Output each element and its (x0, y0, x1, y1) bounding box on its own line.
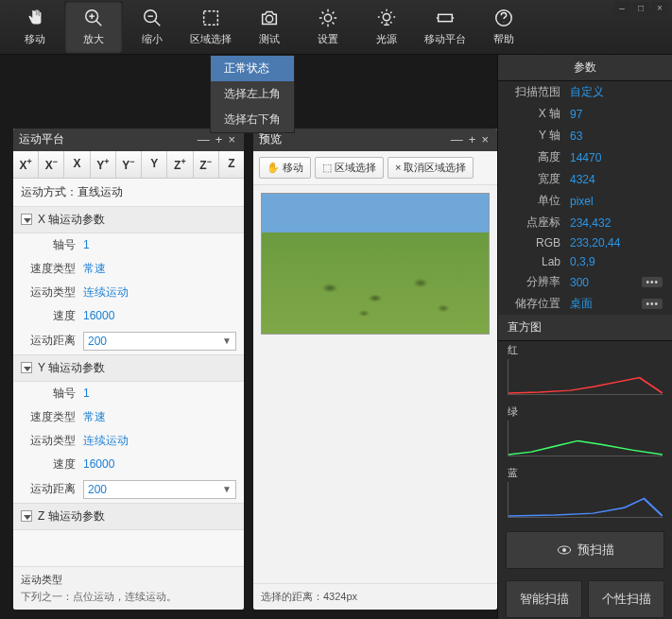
close-button[interactable]: × (651, 2, 668, 15)
select-icon (200, 8, 221, 28)
left-column: 运动平台 — + × X+ X− X Y+ Y− Y Z+ Z− Z 运动方式：… (0, 55, 244, 619)
preview-region-tool[interactable]: ⬚区域选择 (315, 157, 384, 179)
svg-point-10 (383, 13, 389, 20)
caret-icon (21, 214, 32, 225)
y-section-header[interactable]: Y 轴运动参数 (13, 354, 244, 382)
camera-icon (259, 8, 280, 28)
maximize-button[interactable]: □ (632, 2, 649, 15)
preview-move-tool[interactable]: ✋移动 (259, 157, 311, 179)
preview-title: 预览 (259, 131, 448, 147)
preview-image[interactable] (261, 193, 490, 335)
x-motion-type: 连续运动 (83, 284, 129, 301)
axis-z[interactable]: Z (219, 151, 244, 178)
x-axis-no: 1 (83, 238, 90, 251)
y-distance-input[interactable]: 200▼ (83, 480, 236, 499)
histogram-red: 红 (508, 343, 663, 395)
axis-z-minus[interactable]: Z− (194, 151, 219, 178)
svg-rect-12 (439, 14, 453, 21)
hand-icon (25, 8, 45, 28)
window-controls: – □ × (613, 2, 668, 15)
minimize-button[interactable]: – (613, 2, 630, 15)
y-axis-no: 1 (83, 387, 90, 400)
svg-point-16 (504, 22, 505, 23)
motion-panel-body: 运动方式：直线运动 X 轴运动参数 轴号1 速度类型常速 运动类型连续运动 速度… (13, 179, 244, 566)
y-motion-type: 连续运动 (83, 433, 129, 449)
x-distance-input[interactable]: 200▼ (83, 332, 236, 351)
preview-cancel-tool[interactable]: ×取消区域选择 (388, 157, 474, 179)
axis-x[interactable]: X (64, 151, 90, 178)
help-tool[interactable]: 帮助 (474, 1, 533, 54)
region-label: 区域选择 (190, 32, 232, 46)
panel-minimize[interactable]: — (448, 132, 466, 146)
zoom-in-label: 放大 (83, 32, 104, 46)
height-value[interactable]: 14470 (570, 151, 601, 164)
prescan-button[interactable]: 预扫描 (506, 531, 664, 569)
help-icon (493, 8, 514, 28)
axis-z-plus[interactable]: Z+ (167, 151, 193, 178)
custom-scan-button[interactable]: 个性扫描 (588, 580, 664, 618)
y-speed-type: 常速 (83, 409, 106, 425)
axis-y-minus[interactable]: Y− (116, 151, 142, 178)
axis-button-row: X+ X− X Y+ Y− Y Z+ Z− Z (13, 151, 244, 179)
axis-y[interactable]: Y (142, 151, 167, 178)
smart-scan-button[interactable]: 智能扫描 (506, 580, 582, 618)
save-loc-value[interactable]: 桌面 (570, 296, 593, 312)
svg-line-1 (96, 21, 102, 26)
x-section-header[interactable]: X 轴运动参数 (13, 206, 244, 233)
resolution-value[interactable]: 300 (570, 276, 589, 289)
params-header: 参数 (498, 55, 672, 81)
histogram-blue: 蓝 (508, 466, 663, 518)
light-icon (376, 8, 397, 28)
save-loc-more[interactable]: ••• (642, 299, 663, 309)
zoom-out-icon (142, 8, 163, 28)
svg-rect-7 (204, 11, 218, 26)
light-tool[interactable]: 光源 (357, 1, 416, 54)
region-select-tool[interactable]: 区域选择 (181, 1, 240, 54)
unit-value[interactable]: pixel (570, 195, 594, 208)
x-speed-type: 常速 (83, 261, 106, 277)
caret-icon (21, 510, 32, 522)
scan-range-value[interactable]: 自定义 (570, 84, 604, 100)
close-icon: × (395, 162, 401, 173)
hand-icon: ✋ (267, 162, 280, 174)
panel-close[interactable]: × (478, 132, 491, 146)
dropdown-arrow-icon: ▼ (222, 484, 232, 494)
dropdown-arrow-icon: ▼ (222, 335, 232, 346)
histogram-header: 直方图 (498, 315, 672, 341)
move-tool[interactable]: 移动 (6, 1, 64, 54)
panel-add[interactable]: + (213, 132, 226, 146)
panel-add[interactable]: + (466, 132, 479, 146)
dropdown-normal[interactable]: 正常状态 (211, 56, 294, 81)
test-tool[interactable]: 测试 (240, 1, 299, 54)
axis-x-minus[interactable]: X− (39, 151, 64, 178)
platform-tool[interactable]: 移动平台 (416, 1, 474, 54)
axis-x-plus[interactable]: X+ (13, 151, 39, 178)
help-label: 帮助 (493, 32, 514, 46)
rgb-value: 233,20,44 (570, 236, 620, 249)
eye-icon (557, 544, 572, 556)
platform-icon (435, 8, 456, 28)
resolution-more[interactable]: ••• (642, 277, 663, 287)
gear-icon (318, 8, 338, 28)
lab-value: 0,3,9 (570, 255, 595, 268)
dropdown-topleft[interactable]: 选择左上角 (211, 81, 294, 107)
axis-y-plus[interactable]: Y+ (91, 151, 116, 178)
svg-point-18 (562, 548, 566, 552)
x-value[interactable]: 97 (570, 108, 582, 121)
panel-close[interactable]: × (225, 132, 238, 146)
motion-panel: 运动平台 — + × X+ X− X Y+ Y− Y Z+ Z− Z 运动方式：… (13, 129, 244, 610)
zoom-out-tool[interactable]: 缩小 (123, 1, 181, 54)
width-value[interactable]: 4324 (570, 173, 595, 186)
motion-footer: 运动类型 下列之一：点位运动，连续运动。 (13, 566, 244, 610)
svg-line-5 (155, 21, 161, 26)
panel-minimize[interactable]: — (195, 132, 213, 146)
y-value[interactable]: 63 (570, 129, 582, 143)
select-icon: ⬚ (322, 162, 332, 174)
settings-tool[interactable]: 设置 (299, 1, 357, 54)
x-speed: 16000 (83, 309, 114, 322)
dropdown-bottomright[interactable]: 选择右下角 (211, 107, 294, 132)
region-dropdown: 正常状态 选择左上角 选择右下角 (210, 55, 295, 133)
main-area: 运动平台 — + × X+ X− X Y+ Y− Y Z+ Z− Z 运动方式：… (0, 55, 672, 619)
zoom-in-tool[interactable]: 放大 (64, 1, 123, 54)
z-section-header[interactable]: Z 轴运动参数 (13, 503, 244, 530)
